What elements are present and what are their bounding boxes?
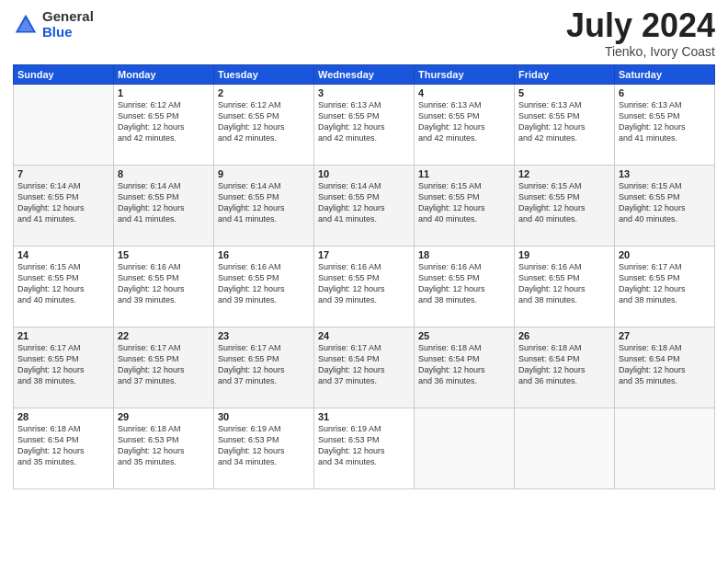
day-number: 8 — [118, 168, 210, 179]
calendar-cell: 26Sunrise: 6:18 AM Sunset: 6:54 PM Dayli… — [515, 327, 615, 408]
day-info: Sunrise: 6:16 AM Sunset: 6:55 PM Dayligh… — [518, 261, 610, 306]
calendar-cell: 9Sunrise: 6:14 AM Sunset: 6:55 PM Daylig… — [214, 166, 314, 247]
header: General Blue July 2024 Tienko, Ivory Coa… — [13, 9, 715, 59]
day-info: Sunrise: 6:14 AM Sunset: 6:55 PM Dayligh… — [118, 180, 210, 225]
weekday-header: Monday — [114, 65, 214, 85]
day-number: 12 — [518, 168, 610, 179]
day-number: 22 — [118, 330, 210, 341]
day-info: Sunrise: 6:18 AM Sunset: 6:54 PM Dayligh… — [418, 342, 510, 387]
calendar-cell: 13Sunrise: 6:15 AM Sunset: 6:55 PM Dayli… — [615, 166, 715, 247]
calendar-cell: 25Sunrise: 6:18 AM Sunset: 6:54 PM Dayli… — [415, 327, 515, 408]
calendar-cell: 23Sunrise: 6:17 AM Sunset: 6:55 PM Dayli… — [214, 327, 314, 408]
day-number: 7 — [17, 168, 109, 179]
calendar-cell: 4Sunrise: 6:13 AM Sunset: 6:55 PM Daylig… — [415, 85, 515, 166]
weekday-header: Thursday — [415, 65, 515, 85]
day-info: Sunrise: 6:19 AM Sunset: 6:53 PM Dayligh… — [318, 423, 410, 468]
day-info: Sunrise: 6:13 AM Sunset: 6:55 PM Dayligh… — [518, 99, 610, 144]
weekday-header-row: SundayMondayTuesdayWednesdayThursdayFrid… — [14, 65, 715, 85]
calendar-cell: 27Sunrise: 6:18 AM Sunset: 6:54 PM Dayli… — [615, 327, 715, 408]
calendar-cell: 24Sunrise: 6:17 AM Sunset: 6:54 PM Dayli… — [314, 327, 415, 408]
day-number: 4 — [418, 87, 510, 98]
title-block: July 2024 Tienko, Ivory Coast — [566, 9, 715, 59]
day-number: 5 — [518, 87, 610, 98]
day-number: 23 — [218, 330, 310, 341]
day-info: Sunrise: 6:13 AM Sunset: 6:55 PM Dayligh… — [418, 99, 510, 144]
day-number: 21 — [17, 330, 109, 341]
title-month: July 2024 — [566, 9, 715, 42]
logo-general: General — [42, 9, 94, 25]
day-info: Sunrise: 6:16 AM Sunset: 6:55 PM Dayligh… — [418, 261, 510, 306]
day-number: 26 — [518, 330, 610, 341]
calendar-cell: 22Sunrise: 6:17 AM Sunset: 6:55 PM Dayli… — [114, 327, 214, 408]
calendar-week-row: 14Sunrise: 6:15 AM Sunset: 6:55 PM Dayli… — [14, 247, 715, 327]
calendar-cell: 6Sunrise: 6:13 AM Sunset: 6:55 PM Daylig… — [615, 85, 715, 166]
calendar-cell: 2Sunrise: 6:12 AM Sunset: 6:55 PM Daylig… — [214, 85, 314, 166]
day-info: Sunrise: 6:13 AM Sunset: 6:55 PM Dayligh… — [318, 99, 410, 144]
day-number: 31 — [318, 411, 410, 422]
calendar-week-row: 21Sunrise: 6:17 AM Sunset: 6:55 PM Dayli… — [14, 327, 715, 408]
title-location: Tienko, Ivory Coast — [566, 44, 715, 59]
day-info: Sunrise: 6:15 AM Sunset: 6:55 PM Dayligh… — [619, 180, 711, 225]
weekday-header: Tuesday — [214, 65, 314, 85]
day-number: 15 — [118, 249, 210, 260]
calendar-cell: 14Sunrise: 6:15 AM Sunset: 6:55 PM Dayli… — [14, 247, 114, 327]
day-number: 20 — [619, 249, 711, 260]
day-info: Sunrise: 6:14 AM Sunset: 6:55 PM Dayligh… — [218, 180, 310, 225]
day-info: Sunrise: 6:14 AM Sunset: 6:55 PM Dayligh… — [318, 180, 410, 225]
weekday-header: Wednesday — [314, 65, 415, 85]
logo: General Blue — [13, 9, 94, 40]
day-info: Sunrise: 6:17 AM Sunset: 6:55 PM Dayligh… — [118, 342, 210, 387]
day-number: 1 — [118, 87, 210, 98]
day-info: Sunrise: 6:16 AM Sunset: 6:55 PM Dayligh… — [218, 261, 310, 306]
calendar-cell: 28Sunrise: 6:18 AM Sunset: 6:54 PM Dayli… — [14, 408, 114, 489]
day-info: Sunrise: 6:17 AM Sunset: 6:55 PM Dayligh… — [17, 342, 109, 387]
calendar: SundayMondayTuesdayWednesdayThursdayFrid… — [13, 64, 715, 489]
day-info: Sunrise: 6:16 AM Sunset: 6:55 PM Dayligh… — [118, 261, 210, 306]
calendar-cell: 15Sunrise: 6:16 AM Sunset: 6:55 PM Dayli… — [114, 247, 214, 327]
day-number: 13 — [619, 168, 711, 179]
day-number: 29 — [118, 411, 210, 422]
calendar-cell: 5Sunrise: 6:13 AM Sunset: 6:55 PM Daylig… — [515, 85, 615, 166]
calendar-cell: 11Sunrise: 6:15 AM Sunset: 6:55 PM Dayli… — [415, 166, 515, 247]
calendar-week-row: 28Sunrise: 6:18 AM Sunset: 6:54 PM Dayli… — [14, 408, 715, 489]
page: General Blue July 2024 Tienko, Ivory Coa… — [0, 0, 728, 563]
weekday-header: Saturday — [615, 65, 715, 85]
calendar-cell: 21Sunrise: 6:17 AM Sunset: 6:55 PM Dayli… — [14, 327, 114, 408]
day-info: Sunrise: 6:13 AM Sunset: 6:55 PM Dayligh… — [619, 99, 711, 144]
logo-icon — [13, 12, 39, 38]
day-info: Sunrise: 6:17 AM Sunset: 6:55 PM Dayligh… — [218, 342, 310, 387]
day-number: 30 — [218, 411, 310, 422]
calendar-cell: 8Sunrise: 6:14 AM Sunset: 6:55 PM Daylig… — [114, 166, 214, 247]
day-info: Sunrise: 6:12 AM Sunset: 6:55 PM Dayligh… — [118, 99, 210, 144]
day-number: 9 — [218, 168, 310, 179]
calendar-cell: 3Sunrise: 6:13 AM Sunset: 6:55 PM Daylig… — [314, 85, 415, 166]
day-number: 27 — [619, 330, 711, 341]
weekday-header: Friday — [515, 65, 615, 85]
day-number: 17 — [318, 249, 410, 260]
calendar-week-row: 7Sunrise: 6:14 AM Sunset: 6:55 PM Daylig… — [14, 166, 715, 247]
day-number: 18 — [418, 249, 510, 260]
day-info: Sunrise: 6:18 AM Sunset: 6:54 PM Dayligh… — [518, 342, 610, 387]
day-number: 10 — [318, 168, 410, 179]
calendar-cell: 10Sunrise: 6:14 AM Sunset: 6:55 PM Dayli… — [314, 166, 415, 247]
day-info: Sunrise: 6:17 AM Sunset: 6:54 PM Dayligh… — [318, 342, 410, 387]
calendar-cell — [515, 408, 615, 489]
logo-blue: Blue — [42, 25, 94, 40]
calendar-cell: 30Sunrise: 6:19 AM Sunset: 6:53 PM Dayli… — [214, 408, 314, 489]
calendar-cell — [615, 408, 715, 489]
day-number: 25 — [418, 330, 510, 341]
day-number: 3 — [318, 87, 410, 98]
calendar-cell: 18Sunrise: 6:16 AM Sunset: 6:55 PM Dayli… — [415, 247, 515, 327]
day-info: Sunrise: 6:15 AM Sunset: 6:55 PM Dayligh… — [17, 261, 109, 306]
day-number: 19 — [518, 249, 610, 260]
day-info: Sunrise: 6:18 AM Sunset: 6:53 PM Dayligh… — [118, 423, 210, 468]
weekday-header: Sunday — [14, 65, 114, 85]
day-info: Sunrise: 6:18 AM Sunset: 6:54 PM Dayligh… — [619, 342, 711, 387]
day-info: Sunrise: 6:18 AM Sunset: 6:54 PM Dayligh… — [17, 423, 109, 468]
calendar-cell: 20Sunrise: 6:17 AM Sunset: 6:55 PM Dayli… — [615, 247, 715, 327]
calendar-cell: 12Sunrise: 6:15 AM Sunset: 6:55 PM Dayli… — [515, 166, 615, 247]
calendar-cell: 7Sunrise: 6:14 AM Sunset: 6:55 PM Daylig… — [14, 166, 114, 247]
day-number: 24 — [318, 330, 410, 341]
calendar-cell: 29Sunrise: 6:18 AM Sunset: 6:53 PM Dayli… — [114, 408, 214, 489]
day-number: 11 — [418, 168, 510, 179]
